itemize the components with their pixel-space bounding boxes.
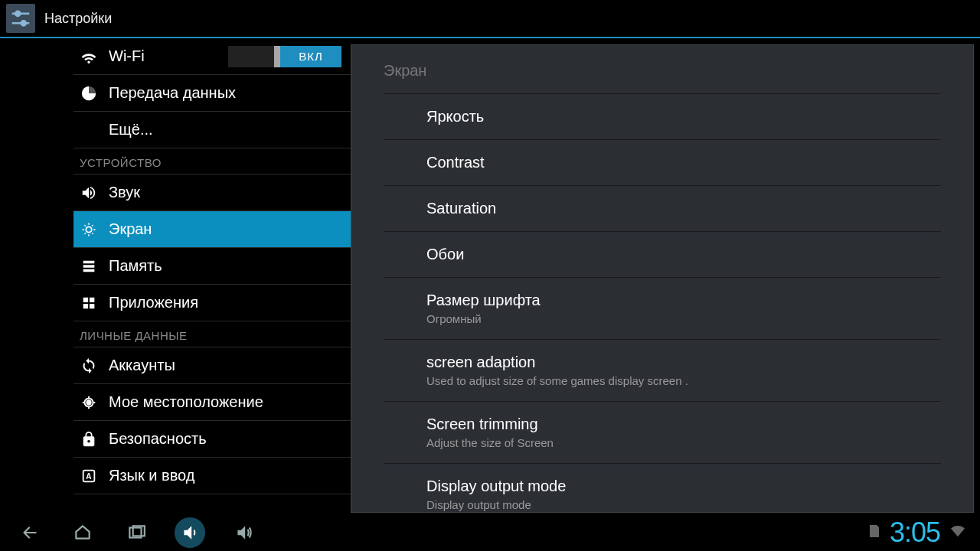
clock: 3:05 [890, 517, 940, 549]
svg-point-3 [21, 21, 26, 25]
sidebar-item-wifi[interactable]: Wi-Fi ВКЛ [74, 38, 351, 75]
sidebar-item-label: Язык и ввод [109, 467, 345, 484]
detail-item-saturation[interactable]: Saturation [384, 186, 941, 232]
apps-icon [80, 294, 98, 312]
detail-panel: Экран Яркость Contrast Saturation Обои Р… [351, 44, 974, 513]
detail-item-title: screen adaption [426, 354, 898, 371]
detail-item-trimming[interactable]: Screen trimming Adjust the size of Scree… [384, 402, 941, 464]
navigation-bar: 3:05 [0, 514, 980, 551]
sidebar-item-label: Мое местоположение [109, 393, 345, 411]
svg-point-2 [15, 11, 20, 16]
sound-icon [80, 184, 98, 202]
sidebar-item-more[interactable]: Ещё... [74, 112, 351, 148]
top-bar: Настройки [0, 0, 980, 38]
wifi-status-icon [949, 524, 966, 541]
sd-card-icon [868, 523, 880, 542]
section-device: УСТРОЙСТВО [74, 148, 351, 174]
detail-item-contrast[interactable]: Contrast [384, 140, 941, 186]
sidebar-item-data[interactable]: Передача данных [74, 75, 351, 112]
sidebar-item-display[interactable]: Экран [74, 211, 351, 248]
detail-item-adaption[interactable]: screen adaption Used to adjust size of s… [384, 340, 941, 402]
settings-app-icon [6, 4, 35, 33]
detail-item-title: Размер шрифта [426, 292, 898, 309]
section-personal: ЛИЧНЫЕ ДАННЫЕ [74, 321, 351, 347]
svg-text:A: A [86, 471, 92, 480]
detail-item-title: Saturation [426, 200, 898, 217]
toggle-knob: ВКЛ [280, 46, 341, 67]
detail-item-title: Обои [426, 246, 898, 263]
volume-down-button[interactable] [175, 517, 205, 548]
sidebar-item-location[interactable]: Мое местоположение [74, 384, 351, 421]
detail-item-title: Display output mode [426, 478, 898, 495]
detail-item-output[interactable]: Display output mode Display output mode [384, 464, 941, 513]
sidebar-item-label: Безопасность [109, 430, 345, 448]
sidebar-item-label: Звук [109, 184, 345, 201]
app-title: Настройки [44, 11, 112, 27]
location-icon [80, 393, 98, 412]
volume-up-button[interactable] [228, 517, 259, 548]
data-usage-icon [80, 84, 98, 103]
back-button[interactable] [14, 517, 44, 548]
blank-icon [80, 121, 98, 139]
sidebar-item-language[interactable]: A Язык и ввод [74, 458, 351, 494]
detail-item-title: Яркость [426, 108, 898, 126]
detail-item-sub: Огромный [426, 312, 898, 325]
sidebar-item-apps[interactable]: Приложения [74, 285, 351, 321]
sidebar-item-label: Передача данных [109, 84, 345, 102]
nav-buttons [8, 517, 259, 548]
detail-item-title: Contrast [426, 154, 898, 171]
status-area[interactable]: 3:05 [868, 517, 972, 549]
detail-item-wallpaper[interactable]: Обои [384, 232, 941, 278]
sidebar-item-label: Экран [109, 220, 345, 238]
home-button[interactable] [67, 517, 98, 548]
sync-icon [80, 357, 98, 375]
recent-button[interactable] [121, 517, 152, 548]
sidebar-item-label: Аккаунты [109, 357, 345, 374]
detail-item-title: Screen trimming [426, 416, 898, 433]
language-icon: A [80, 467, 98, 485]
sidebar-item-storage[interactable]: Память [74, 248, 351, 285]
display-icon [80, 220, 98, 239]
detail-header: Экран [384, 45, 941, 94]
sidebar-item-accounts[interactable]: Аккаунты [74, 347, 351, 384]
settings-sidebar: Wi-Fi ВКЛ Передача данных Ещё... УСТРОЙС… [0, 38, 351, 513]
sidebar-item-label: Приложения [109, 294, 345, 311]
lock-icon [80, 430, 98, 448]
wifi-icon [80, 47, 98, 66]
detail-item-sub: Display output mode [426, 498, 898, 511]
sidebar-item-label: Ещё... [109, 121, 345, 139]
sidebar-item-sound[interactable]: Звук [74, 174, 351, 211]
sidebar-item-label: Память [109, 257, 345, 275]
detail-item-sub: Adjust the size of Screen [426, 436, 898, 449]
wifi-toggle[interactable]: ВКЛ [228, 46, 341, 67]
detail-item-fontsize[interactable]: Размер шрифта Огромный [384, 278, 941, 340]
sidebar-item-label: Wi-Fi [109, 47, 217, 65]
sidebar-item-security[interactable]: Безопасность [74, 421, 351, 458]
storage-icon [80, 257, 98, 276]
main-content: Wi-Fi ВКЛ Передача данных Ещё... УСТРОЙС… [0, 38, 980, 513]
detail-item-sub: Used to adjust size of some games displa… [426, 374, 898, 387]
detail-item-brightness[interactable]: Яркость [384, 94, 941, 140]
